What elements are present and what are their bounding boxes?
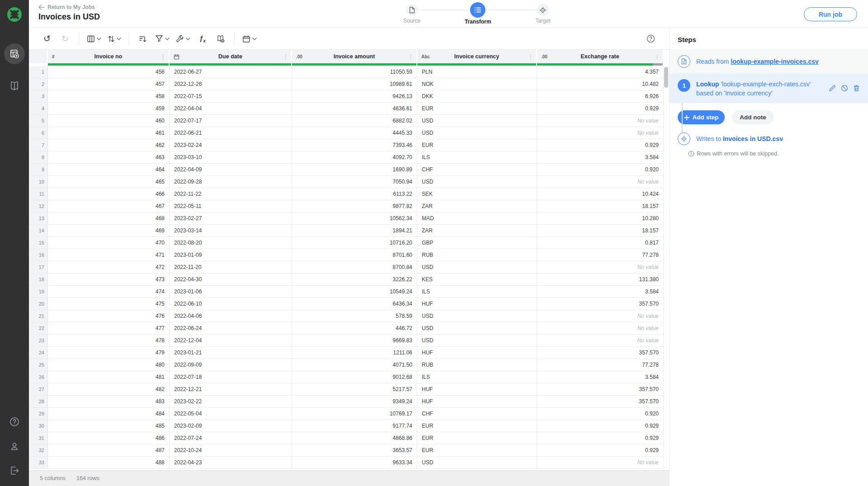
cell[interactable]: 483 (48, 396, 170, 408)
cell[interactable]: 2023-01-21 (170, 347, 292, 359)
cell[interactable]: CHF (417, 164, 537, 176)
table-row[interactable]: 274822022-12-215217.57HUF357.570 (29, 383, 669, 396)
cell[interactable]: 0.920 (537, 408, 664, 420)
table-row[interactable]: 114662022-11-226113.22SEK10.424 (29, 188, 669, 200)
stepper-step-target[interactable]: Target (535, 0, 550, 24)
cell[interactable]: 4868.86 (292, 432, 417, 444)
cell[interactable]: 488 (48, 457, 170, 469)
cell[interactable]: 2022-12-04 (170, 335, 292, 347)
cell[interactable]: CHF (417, 408, 537, 420)
table-row[interactable]: 334882022-04-239633.34USDNo value (29, 457, 669, 469)
cell[interactable]: HUF (417, 298, 537, 310)
cell[interactable]: 1211.06 (292, 347, 417, 359)
column-menu-icon[interactable]: ⋮ (654, 53, 660, 60)
cell[interactable]: 9349.24 (292, 396, 417, 408)
cell[interactable]: 487 (48, 444, 170, 457)
table-row[interactable]: 234782022-12-049669.83USDNo value (29, 335, 669, 347)
cell[interactable]: 7393.46 (292, 139, 417, 151)
table-row[interactable]: 144692023-03-141894.21ZAR18.157 (29, 225, 669, 237)
cell[interactable]: 472 (48, 261, 170, 274)
cell[interactable]: 2022-07-18 (170, 371, 292, 383)
cell[interactable]: DKK (417, 90, 537, 103)
cell[interactable]: 18.157 (537, 225, 664, 237)
cell[interactable]: No value (537, 176, 664, 188)
cell[interactable]: 2022-06-27 (170, 66, 292, 78)
cell[interactable]: 2023-02-09 (170, 420, 292, 432)
delete-trash-icon[interactable] (853, 85, 860, 92)
cell[interactable]: 461 (48, 127, 170, 139)
cell[interactable]: 2022-06-24 (170, 322, 292, 335)
cell[interactable]: No value (537, 127, 664, 139)
undo-button[interactable]: ↺ (41, 32, 53, 46)
cell[interactable]: 474 (48, 286, 170, 298)
cell[interactable]: 2022-11-22 (170, 188, 292, 200)
cell[interactable]: 10.424 (537, 188, 664, 200)
disable-ban-icon[interactable] (841, 85, 848, 92)
step-writes-to[interactable]: Writes to Invoices in USD.csv (670, 131, 868, 150)
add-note-button[interactable]: Add note (732, 110, 774, 124)
cell[interactable]: 5217.57 (292, 383, 417, 396)
table-row[interactable]: 294842022-05-0410769.17CHF0.920 (29, 408, 669, 420)
add-step-button[interactable]: Add step (678, 110, 725, 124)
cell[interactable]: USD (417, 176, 537, 188)
cell[interactable]: ILS (417, 151, 537, 164)
sidebar-item-library[interactable] (5, 77, 24, 95)
cell[interactable]: 485 (48, 420, 170, 432)
sort-rows-button[interactable] (137, 32, 149, 46)
cell[interactable]: 2022-08-20 (170, 237, 292, 249)
cell[interactable]: 3653.57 (292, 444, 417, 457)
cell[interactable]: 2022-10-24 (170, 444, 292, 457)
cell[interactable]: 6882.02 (292, 115, 417, 127)
cell[interactable]: 9877.82 (292, 200, 417, 212)
cell[interactable]: 463 (48, 151, 170, 164)
cell[interactable]: 7050.94 (292, 176, 417, 188)
cell[interactable]: 470 (48, 237, 170, 249)
cell[interactable]: 10.280 (537, 212, 664, 225)
table-row[interactable]: 314862022-07-244868.86EUR0.929 (29, 432, 669, 444)
cell[interactable]: 3.584 (537, 151, 664, 164)
table-row[interactable]: 74622023-02-247393.46EUR0.929 (29, 139, 669, 151)
cell[interactable]: No value (537, 335, 664, 347)
cell[interactable]: 2022-07-17 (170, 115, 292, 127)
cell[interactable]: 464 (48, 164, 170, 176)
cell[interactable]: MAD (417, 212, 537, 225)
cell[interactable]: 468 (48, 212, 170, 225)
table-row[interactable]: 14562022-06-2711050.59PLN4.357 (29, 66, 669, 78)
table-row[interactable]: 134682023-02-2710562.34MAD10.280 (29, 212, 669, 225)
column-header-3[interactable]: Abc Invoice currency ⋮ (417, 50, 537, 63)
cell[interactable]: 2022-07-15 (170, 90, 292, 103)
cell[interactable]: 471 (48, 249, 170, 261)
cell[interactable]: 4636.61 (292, 103, 417, 115)
cell[interactable]: USD (417, 127, 537, 139)
table-row[interactable]: 194742023-01-0610549.24ILS3.584 (29, 286, 669, 298)
cell[interactable]: 8700.84 (292, 261, 417, 274)
table-row[interactable]: 84632023-03-104092.70ILS3.584 (29, 151, 669, 164)
sidebar-item-logout[interactable] (5, 462, 24, 480)
cell[interactable]: 478 (48, 335, 170, 347)
cell[interactable]: 477 (48, 322, 170, 335)
cell[interactable]: 4071.50 (292, 359, 417, 371)
sidebar-item-help[interactable] (5, 413, 24, 431)
cell[interactable]: 0.929 (537, 103, 664, 115)
cell[interactable]: 459 (48, 103, 170, 115)
cell[interactable]: EUR (417, 444, 537, 457)
table-row[interactable]: 54602022-07-176882.02USDNo value (29, 115, 669, 127)
cell[interactable]: 2023-02-22 (170, 396, 292, 408)
cell[interactable]: 2022-06-21 (170, 127, 292, 139)
cell[interactable]: RUB (417, 359, 537, 371)
table-row[interactable]: 154702022-08-2010716.20GBP0.817 (29, 237, 669, 249)
cell[interactable]: 2022-04-30 (170, 274, 292, 286)
lookup-button[interactable] (215, 32, 226, 46)
cell[interactable]: 0.929 (537, 444, 664, 457)
cell[interactable]: 0.920 (537, 164, 664, 176)
cell[interactable]: 465 (48, 176, 170, 188)
cell[interactable]: 469 (48, 225, 170, 237)
cell[interactable]: 9633.34 (292, 457, 417, 469)
cell[interactable]: 4445.33 (292, 127, 417, 139)
table-row[interactable]: 284832023-02-229349.24HUF357.570 (29, 396, 669, 408)
cell[interactable]: GBP (417, 237, 537, 249)
cell[interactable]: No value (537, 310, 664, 322)
cell[interactable]: ZAR (417, 225, 537, 237)
cell[interactable]: USD (417, 335, 537, 347)
cell[interactable]: 1894.21 (292, 225, 417, 237)
